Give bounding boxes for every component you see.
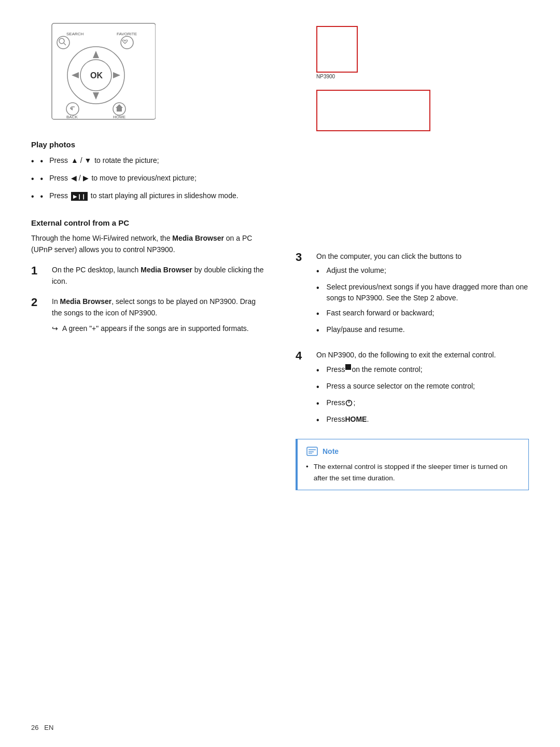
svg-point-6	[121, 36, 133, 49]
step-3-bullet-3: Fast search forward or backward;	[316, 308, 529, 320]
step-1-number: 1	[31, 264, 48, 278]
step-3: 3 On the computer, you can click the but…	[296, 251, 529, 341]
note-title: Note	[323, 446, 339, 457]
step-4-bullet-1: Press on the remote control;	[316, 364, 529, 377]
step-4-list: Press on the remote control; Press a sou…	[316, 364, 529, 426]
svg-text:BACK: BACK	[66, 115, 78, 119]
svg-marker-18	[116, 104, 123, 108]
numbered-steps-left: 1 On the PC desktop, launch Media Browse…	[31, 264, 264, 335]
svg-point-2	[57, 36, 69, 49]
svg-marker-13	[113, 72, 120, 78]
step-1: 1 On the PC desktop, launch Media Browse…	[31, 264, 264, 287]
step-3-bullet-1: Adjust the volume;	[316, 265, 529, 278]
stop-icon	[345, 364, 351, 370]
left-column: SEARCH FAVORITE OK	[31, 21, 264, 490]
device-diagram: NP3900	[316, 26, 529, 131]
note-header: Note	[306, 446, 520, 457]
step-4-content: On NP3900, do the following to exit the …	[316, 349, 529, 430]
play-photos-title: Play photos	[31, 140, 264, 149]
note-content: The external control is stopped if the s…	[306, 461, 520, 483]
svg-text:HOME: HOME	[113, 115, 125, 119]
device-top	[316, 26, 358, 73]
step-4-bullet-2: Press a source selector on the remote co…	[316, 381, 529, 393]
svg-point-3	[59, 38, 64, 44]
step-4: 4 On NP3900, do the following to exit th…	[296, 349, 529, 430]
external-control-title: External control from a PC	[31, 218, 264, 227]
step-2-number: 2	[31, 296, 48, 309]
play-photos-list: • Press ▲ / ▼ to rotate the picture; • P…	[31, 155, 264, 203]
page-container: SEARCH FAVORITE OK	[0, 0, 560, 747]
step-4-bullet-3: Press ;	[316, 397, 529, 410]
step-1-content: On the PC desktop, launch Media Browser …	[52, 264, 264, 287]
step-3-number: 3	[296, 251, 312, 264]
step-4-bullet-4: Press HOME.	[316, 414, 529, 426]
step-2: 2 In Media Browser, select songs to be p…	[31, 296, 264, 335]
external-control-section: External control from a PC Through the h…	[31, 218, 264, 335]
numbered-steps-right: 3 On the computer, you can click the but…	[296, 251, 529, 490]
step-2-subbullet: A green "+" appears if the songs are in …	[52, 323, 264, 334]
play-photos-bullet-1: • Press ▲ / ▼ to rotate the picture;	[31, 155, 264, 168]
right-column: NP3900 3 On the computer, you can click …	[296, 21, 529, 490]
main-content: SEARCH FAVORITE OK	[31, 21, 529, 490]
note-icon	[306, 446, 318, 457]
device-bottom	[316, 90, 430, 131]
svg-line-4	[64, 43, 66, 45]
svg-rect-19	[117, 108, 122, 112]
power-icon	[345, 397, 353, 408]
device-label: NP3900	[316, 74, 335, 79]
svg-rect-23	[307, 447, 317, 455]
step-2-content: In Media Browser, select songs to be pla…	[52, 296, 264, 335]
play-photos-bullet-3: • Press ▶❙❙ to start playing all picture…	[31, 190, 264, 203]
svg-marker-10	[93, 51, 99, 58]
step-4-number: 4	[296, 349, 312, 363]
external-control-description: Through the home Wi-Fi/wired network, th…	[31, 232, 264, 256]
play-photos-bullet-2: • Press ◀ / ▶ to move to previous/next p…	[31, 173, 264, 185]
svg-text:OK: OK	[90, 71, 103, 80]
step-3-bullet-4: Play/pause and resume.	[316, 324, 529, 337]
remote-diagram: SEARCH FAVORITE OK	[31, 21, 156, 125]
svg-text:FAVORITE: FAVORITE	[117, 32, 137, 36]
svg-marker-12	[72, 72, 79, 78]
svg-marker-11	[93, 92, 99, 100]
step-3-bullet-2: Select previous/next songs if you have d…	[316, 282, 529, 303]
svg-text:SEARCH: SEARCH	[66, 32, 84, 36]
step-3-content: On the computer, you can click the butto…	[316, 251, 529, 341]
note-box: Note The external control is stopped if …	[296, 439, 529, 491]
page-number: 26 EN	[31, 724, 53, 731]
step-3-list: Adjust the volume; Select previous/next …	[316, 265, 529, 337]
